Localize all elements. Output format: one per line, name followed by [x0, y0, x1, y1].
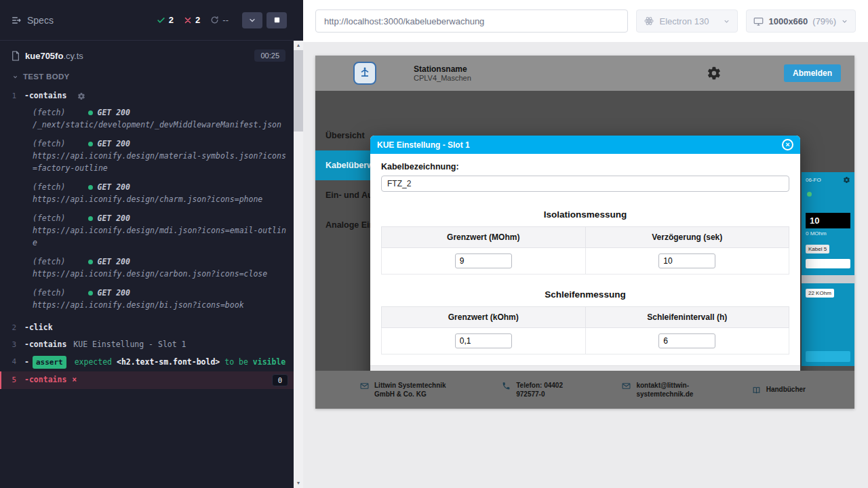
footer-manuals[interactable]: Handbücher — [752, 385, 806, 394]
viewport-size: 1000x660 — [768, 16, 808, 26]
spec-name: kue705fo.cy.ts — [25, 51, 83, 61]
network-request-row[interactable]: (fetch)GET 200 https://api.iconify.desig… — [0, 288, 294, 311]
command-row-contains-failed[interactable]: 5 -contains× 0 — [0, 371, 294, 389]
modal-header: KUE Einstellung - Slot 1 × — [370, 136, 800, 154]
caret-down-icon — [12, 74, 18, 80]
stat-pending[interactable]: -- — [210, 15, 229, 25]
close-icon[interactable]: × — [782, 139, 793, 150]
isolation-table: Grenzwert (MOhm) Verzögerung (sek) — [381, 226, 789, 274]
reporter-header: Specs 2 2 -- — [0, 0, 294, 41]
command-row-contains-1[interactable]: 1 -contains — [0, 87, 294, 106]
stop-button[interactable] — [267, 12, 287, 28]
modal-footer: Display einschalten Speichern — [370, 365, 800, 371]
viewport-select[interactable]: 1000x660 (79%) — [746, 9, 856, 33]
logout-button[interactable]: Abmelden — [784, 64, 841, 82]
status-dot — [807, 192, 812, 197]
status-dot — [88, 142, 93, 146]
grenzwert-kohm-input[interactable] — [455, 333, 512, 348]
column-header: Verzögerung (sek) — [585, 227, 789, 248]
aut-panel: Electron 130 1000x660 (79%) — [303, 0, 868, 488]
stat-failed[interactable]: 2 — [184, 15, 200, 25]
request-url: https://api.iconify.design/carbon.json?i… — [33, 268, 287, 280]
gear-icon — [77, 92, 85, 104]
spec-file-row[interactable]: kue705fo.cy.ts 00:25 — [0, 41, 294, 67]
footer-phone: Telefon: 04402 972577-0 — [502, 381, 582, 399]
request-url: /_next/static/development/_devMiddleware… — [33, 119, 287, 131]
slot-panel-title: 06-FO — [806, 177, 821, 183]
modal-body: Kabelbezeichnung: Isolationsmessung Gren… — [370, 154, 800, 354]
reporter-panel: Specs 2 2 -- — [0, 0, 303, 488]
panel-button — [806, 351, 850, 362]
footer-email: kontakt@littwin-systemtechnik.de — [622, 381, 711, 399]
command-row-contains-3[interactable]: 3 -containsKUE Einstellung - Slot 1 — [0, 336, 294, 353]
measurement-unit: 0 MOhm — [806, 230, 850, 237]
station-label: Stationsname — [414, 64, 471, 74]
stop-icon — [273, 16, 281, 24]
app-under-test: Stationsname CPLV4_Maschen Abmelden Über… — [315, 56, 854, 409]
test-stats: 2 2 -- — [157, 15, 229, 25]
command-error-mark: × — [72, 375, 77, 384]
url-input[interactable] — [315, 9, 628, 33]
browser-label: Electron 130 — [659, 16, 709, 26]
scroll-down-arrow[interactable]: ▼ — [294, 479, 303, 488]
command-row-click[interactable]: 2 -click — [0, 319, 294, 336]
electron-icon — [644, 16, 654, 26]
cable-designation-label: Kabelbezeichnung: — [381, 162, 789, 171]
status-dot — [88, 110, 93, 115]
network-request-row[interactable]: (fetch)GET 200 https://api.iconify.desig… — [0, 257, 294, 280]
failed-count: 2 — [195, 15, 200, 25]
command-argument: KUE Einstellung - Slot 1 — [73, 340, 186, 349]
footer-company: Littwin Systemtechnik GmbH & Co. KG — [360, 381, 462, 399]
collapse-button[interactable] — [242, 12, 262, 28]
status-dot — [88, 291, 93, 296]
app-header: Stationsname CPLV4_Maschen Abmelden — [315, 56, 854, 91]
stat-passed[interactable]: 2 — [157, 15, 174, 25]
aut-toolbar: Electron 130 1000x660 (79%) — [303, 0, 868, 42]
email-outline-icon — [622, 382, 631, 390]
network-request-row[interactable]: (fetch)GET 200 https://api.iconify.desig… — [0, 182, 294, 205]
runner-controls — [242, 12, 287, 28]
status-dot — [88, 216, 93, 221]
cable-label: Kabel 5 — [806, 245, 829, 253]
passed-check-icon — [157, 16, 165, 24]
retry-count-badge: 0 — [272, 374, 288, 386]
station-value: CPLV4_Maschen — [414, 74, 471, 82]
littwin-logo — [353, 62, 376, 85]
specs-menu-icon — [11, 15, 22, 26]
station-info: Stationsname CPLV4_Maschen — [414, 64, 471, 82]
chevron-down-icon — [841, 18, 848, 25]
settings-gear-icon[interactable] — [707, 66, 722, 81]
test-body-toggle[interactable]: TEST BODY — [0, 67, 294, 85]
aut-stage: Stationsname CPLV4_Maschen Abmelden Über… — [303, 42, 868, 488]
command-row-assert[interactable]: 4 -assert expected <h2.text-sm.font-bold… — [0, 353, 294, 371]
background-slot-panel: 06-FO 10 0 MOhm Kabel 5 22 KOhm — [802, 172, 854, 366]
pending-refresh-icon — [210, 16, 219, 24]
panel-gear-icon — [843, 176, 850, 184]
scroll-up-arrow[interactable]: ▲ — [294, 41, 303, 50]
panel-strip — [802, 275, 854, 283]
chevron-down-icon — [248, 16, 256, 24]
browser-select[interactable]: Electron 130 — [636, 9, 738, 33]
pending-count: -- — [222, 15, 229, 25]
column-header: Schleifenintervall (h) — [585, 307, 789, 328]
verzoegerung-sek-input[interactable] — [658, 253, 715, 268]
cypress-runner: Specs 2 2 -- — [0, 0, 868, 488]
specs-button[interactable]: Specs — [11, 15, 54, 26]
grenzwert-mohm-input[interactable] — [455, 253, 512, 268]
network-request-row[interactable]: (fetch)GET 200 https://api.iconify.desig… — [0, 214, 294, 249]
failed-x-icon — [184, 16, 192, 24]
request-url: https://api.iconify.design/charm.json?ic… — [33, 193, 287, 205]
reporter-scrollbar[interactable]: ▲ ▼ — [294, 41, 303, 488]
request-url: https://api.iconify.design/bi.json?icons… — [33, 299, 287, 311]
spec-duration-badge: 00:25 — [254, 49, 285, 62]
specs-label: Specs — [27, 15, 54, 26]
network-request-row[interactable]: (fetch)GET 200 https://api.iconify.desig… — [0, 139, 294, 174]
network-request-row[interactable]: (fetch)GET 200 /_next/static/development… — [0, 108, 294, 131]
assert-element: <h2.text-sm.font-bold> — [117, 357, 220, 367]
cable-designation-input[interactable] — [381, 176, 789, 192]
email-icon — [360, 382, 369, 390]
app-main: Übersicht Kabelüberwachung Ein- und Ausg… — [315, 91, 854, 371]
modal-title: KUE Einstellung - Slot 1 — [377, 140, 470, 150]
scrollbar-thumb[interactable] — [294, 50, 303, 131]
schleifenintervall-input[interactable] — [658, 333, 715, 348]
